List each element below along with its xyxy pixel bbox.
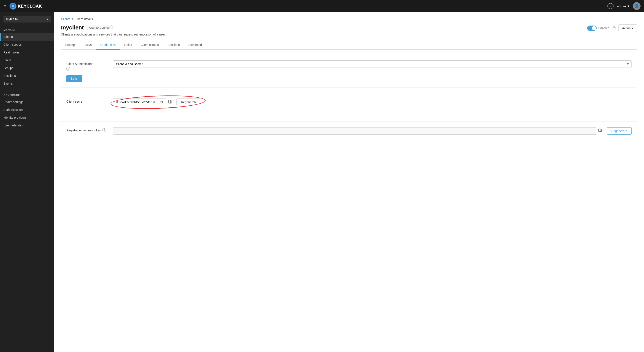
navbar-user-dropdown-icon: ▾ bbox=[628, 4, 629, 8]
copy-icon bbox=[168, 101, 172, 104]
red-circle-container bbox=[113, 98, 166, 106]
client-authenticator-label: Client Authenticator ? bbox=[66, 60, 110, 71]
sidebar-item-clients[interactable]: Clients bbox=[0, 33, 54, 41]
breadcrumb-clients-link[interactable]: Clients bbox=[61, 17, 70, 21]
regenerate-token-button[interactable]: Regenerate bbox=[607, 127, 632, 135]
sidebar-item-realm-settings[interactable]: Realm settings bbox=[0, 98, 54, 106]
app-logo: KEYCLOAK bbox=[10, 3, 42, 10]
main-content: Clients > Client details myclient OpenID… bbox=[54, 12, 644, 352]
page-header-row: myclient OpenID Connect Enabled ? Action… bbox=[61, 24, 637, 32]
navbar-username: admin bbox=[617, 4, 626, 8]
sidebar-item-client-scopes[interactable]: Client scopes bbox=[0, 41, 54, 49]
sidebar-item-identity-providers[interactable]: Identity providers bbox=[0, 114, 54, 121]
toggle-knob bbox=[592, 26, 596, 30]
navbar-help-icon[interactable]: ? bbox=[608, 3, 614, 9]
sidebar-item-groups[interactable]: Groups bbox=[0, 64, 54, 72]
copy-secret-button[interactable] bbox=[166, 98, 174, 106]
client-secret-row: Client secret bbox=[66, 98, 632, 106]
registration-token-input[interactable] bbox=[113, 127, 596, 135]
registration-token-help-icon[interactable]: ? bbox=[102, 128, 106, 132]
navbar-user-menu[interactable]: admin ▾ bbox=[617, 4, 629, 8]
openid-connect-badge: OpenID Connect bbox=[86, 25, 113, 30]
tab-credentials[interactable]: Credentials bbox=[96, 41, 120, 50]
page-header: myclient OpenID Connect bbox=[61, 24, 113, 31]
sidebar-item-users[interactable]: Users bbox=[0, 56, 54, 64]
regenerate-secret-button[interactable]: Regenerate bbox=[176, 99, 201, 106]
header-right: Enabled ? Action ▾ bbox=[587, 25, 637, 32]
secret-field-row: Regenerate bbox=[113, 98, 632, 106]
action-label: Action bbox=[622, 27, 630, 30]
header-help-icon[interactable]: ? bbox=[612, 26, 616, 30]
sidebar: myrealm ▾ Manage Clients Client scopes R… bbox=[0, 12, 54, 352]
registration-token-field: Regenerate bbox=[113, 127, 632, 135]
configure-section-label: Configure bbox=[0, 91, 54, 98]
client-authenticator-row: Client Authenticator ? Client Id and Sec… bbox=[66, 60, 632, 71]
breadcrumb-current: Client details bbox=[76, 17, 93, 21]
tab-settings[interactable]: Settings bbox=[61, 41, 81, 50]
registration-token-label-col: Registration access token ? bbox=[66, 127, 110, 132]
tab-roles[interactable]: Roles bbox=[120, 41, 136, 50]
sidebar-item-authentication[interactable]: Authentication bbox=[0, 106, 54, 114]
registration-token-label: Registration access token bbox=[66, 129, 101, 132]
hide-icon bbox=[160, 100, 164, 104]
client-secret-field: Regenerate bbox=[113, 98, 632, 106]
avatar-icon: 👤 bbox=[634, 4, 639, 9]
sidebar-item-events[interactable]: Events bbox=[0, 80, 54, 88]
client-authenticator-select[interactable]: Client Id and Secret bbox=[113, 60, 632, 68]
enabled-toggle-container: Enabled bbox=[587, 26, 610, 31]
client-secret-label: Client secret bbox=[66, 98, 110, 103]
registration-token-row: Registration access token ? bbox=[66, 127, 632, 135]
avatar[interactable]: 👤 bbox=[633, 2, 640, 10]
action-dropdown-icon: ▾ bbox=[632, 27, 634, 30]
client-secret-input[interactable] bbox=[113, 99, 157, 106]
hamburger-icon[interactable]: ≡ bbox=[4, 4, 6, 9]
client-authenticator-field: Client Id and Secret bbox=[113, 60, 632, 68]
breadcrumb-separator: > bbox=[72, 17, 74, 21]
enabled-label: Enabled bbox=[598, 27, 610, 30]
tab-advanced[interactable]: Advanced bbox=[184, 41, 206, 50]
logo-icon bbox=[10, 3, 16, 10]
registration-token-card: Registration access token ? bbox=[61, 121, 637, 145]
copy-reg-icon bbox=[598, 129, 602, 133]
tab-keys[interactable]: Keys bbox=[81, 41, 96, 50]
tab-client-scopes[interactable]: Client scopes bbox=[136, 41, 163, 50]
logo-text: KEYCLOAK bbox=[18, 4, 42, 9]
enabled-toggle[interactable] bbox=[587, 26, 597, 31]
realm-name: myrealm bbox=[6, 17, 18, 21]
tabs-bar: Settings Keys Credentials Roles Client s… bbox=[61, 41, 637, 50]
save-button-row: Save bbox=[66, 75, 632, 82]
registration-field-row: Regenerate bbox=[113, 127, 632, 135]
svg-rect-5 bbox=[598, 129, 601, 132]
copy-registration-token-button[interactable] bbox=[596, 127, 604, 135]
page-subtitle: Clients are applications and services th… bbox=[61, 33, 637, 36]
navbar: ≡ KEYCLOAK ? admin ▾ 👤 bbox=[0, 0, 644, 12]
sidebar-item-sessions[interactable]: Sessions bbox=[0, 72, 54, 80]
svg-point-1 bbox=[12, 6, 14, 7]
manage-section-label: Manage bbox=[0, 26, 54, 33]
tab-sessions[interactable]: Sessions bbox=[163, 41, 184, 50]
realm-dropdown-icon: ▾ bbox=[46, 17, 48, 21]
sidebar-item-user-federation[interactable]: User federation bbox=[0, 121, 54, 129]
hide-secret-button[interactable] bbox=[157, 99, 166, 106]
page-title: myclient bbox=[61, 24, 84, 31]
main-layout: myrealm ▾ Manage Clients Client scopes R… bbox=[0, 12, 644, 352]
save-button[interactable]: Save bbox=[66, 75, 82, 82]
client-authenticator-help-icon[interactable]: ? bbox=[66, 67, 70, 71]
sidebar-item-realm-roles[interactable]: Realm roles bbox=[0, 49, 54, 56]
svg-rect-3 bbox=[168, 100, 170, 103]
realm-selector[interactable]: myrealm ▾ bbox=[4, 16, 50, 23]
action-button[interactable]: Action ▾ bbox=[618, 25, 637, 32]
client-secret-card: Client secret bbox=[61, 93, 637, 116]
breadcrumb: Clients > Client details bbox=[61, 17, 637, 21]
secret-input-wrapper bbox=[113, 98, 166, 106]
client-authenticator-card: Client Authenticator ? Client Id and Sec… bbox=[61, 55, 637, 88]
